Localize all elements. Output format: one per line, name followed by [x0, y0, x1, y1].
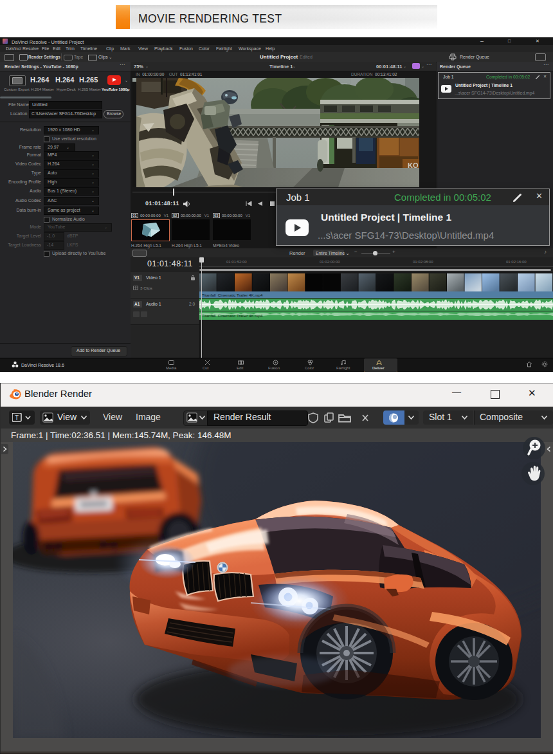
- svg-text:T: T: [15, 414, 19, 421]
